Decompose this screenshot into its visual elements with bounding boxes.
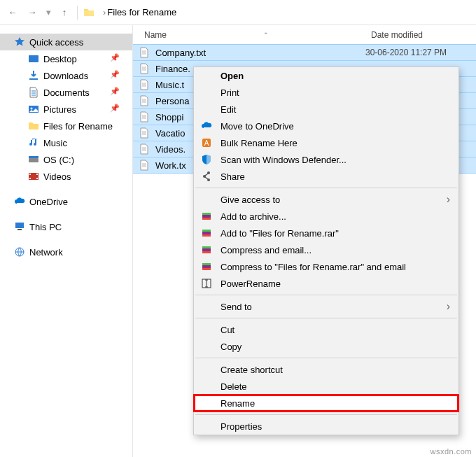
ctx-cut[interactable]: Cut bbox=[194, 321, 458, 338]
sidebar-desktop[interactable]: Desktop 📌 bbox=[0, 50, 132, 67]
ctx-open[interactable]: Open bbox=[194, 67, 458, 84]
back-icon: ← bbox=[8, 7, 18, 17]
column-header-row: Name ⌃ Date modified bbox=[133, 25, 476, 45]
ctx-label: Copy bbox=[220, 342, 241, 352]
pin-icon: 📌 bbox=[110, 70, 120, 79]
ctx-label: Compress to "Files for Rename.rar" and e… bbox=[220, 262, 406, 272]
svg-rect-11 bbox=[15, 223, 24, 228]
sidebar-videos[interactable]: Videos bbox=[0, 168, 132, 185]
svg-rect-26 bbox=[202, 246, 211, 248]
music-icon bbox=[28, 137, 39, 148]
share-icon bbox=[201, 171, 212, 182]
svg-rect-24 bbox=[202, 234, 211, 237]
ctx-label: Cut bbox=[220, 325, 234, 335]
ctx-separator bbox=[195, 188, 457, 188]
ctx-add-rar[interactable]: Add to "Files for Rename.rar" bbox=[194, 225, 458, 241]
svg-rect-8 bbox=[29, 178, 31, 179]
winrar-icon bbox=[201, 211, 212, 222]
sidebar-label: OS (C:) bbox=[43, 155, 74, 165]
forward-button[interactable]: → bbox=[22, 3, 42, 22]
svg-rect-5 bbox=[29, 156, 38, 158]
sidebar-os-c[interactable]: OS (C:) bbox=[0, 151, 132, 168]
ctx-add-archive[interactable]: Add to archive... bbox=[194, 208, 458, 225]
sidebar-label: OneDrive bbox=[29, 197, 68, 207]
col-label: Date modified bbox=[371, 30, 423, 40]
ctx-separator bbox=[195, 318, 457, 318]
file-date: 30-06-2020 11:27 PM bbox=[365, 48, 447, 57]
column-header-name[interactable]: Name ⌃ bbox=[133, 30, 365, 40]
ctx-label: Give access to bbox=[220, 195, 280, 205]
pin-icon: 📌 bbox=[110, 53, 120, 62]
ctx-print[interactable]: Print bbox=[194, 84, 458, 101]
ctx-bulk-rename[interactable]: A Bulk Rename Here bbox=[194, 134, 458, 151]
sidebar-this-pc[interactable]: This PC bbox=[0, 218, 132, 235]
ctx-powerrename[interactable]: PowerRename bbox=[194, 275, 458, 292]
ctx-send-to[interactable]: Send to › bbox=[194, 298, 458, 315]
svg-point-17 bbox=[203, 175, 206, 178]
pictures-icon bbox=[28, 104, 39, 115]
sidebar-network[interactable]: Network bbox=[0, 244, 132, 260]
ctx-create-shortcut[interactable]: Create shortcut bbox=[194, 361, 458, 378]
sidebar-label: Desktop bbox=[43, 54, 77, 64]
ctx-share[interactable]: Share bbox=[194, 168, 458, 185]
svg-rect-1 bbox=[29, 78, 38, 80]
ctx-defender[interactable]: Scan with Windows Defender... bbox=[194, 151, 458, 168]
column-header-date[interactable]: Date modified bbox=[365, 30, 476, 40]
winrar-icon bbox=[201, 261, 212, 272]
ctx-separator bbox=[195, 358, 457, 358]
sidebar-label: This PC bbox=[29, 222, 62, 232]
breadcrumb-current[interactable]: Files for Rename bbox=[107, 7, 176, 17]
sidebar-label: Documents bbox=[43, 87, 90, 98]
sidebar-pictures[interactable]: Pictures 📌 bbox=[0, 101, 132, 118]
text-file-icon bbox=[139, 111, 150, 122]
text-file-icon bbox=[139, 143, 150, 155]
ctx-edit[interactable]: Edit bbox=[194, 101, 458, 118]
powerrename-icon bbox=[201, 278, 212, 289]
sidebar-documents[interactable]: Documents 📌 bbox=[0, 84, 132, 101]
sidebar-label: Downloads bbox=[43, 71, 88, 81]
chevron-down-icon: ▾ bbox=[46, 7, 51, 17]
ctx-label: Edit bbox=[220, 104, 236, 115]
ctx-move-onedrive[interactable]: Move to OneDrive bbox=[194, 118, 458, 134]
ctx-properties[interactable]: Properties bbox=[194, 418, 458, 435]
file-row[interactable]: Company.txt 30-06-2020 11:27 PM bbox=[133, 44, 476, 61]
onedrive-icon bbox=[14, 196, 25, 207]
back-button[interactable]: ← bbox=[3, 3, 22, 22]
sidebar-music[interactable]: Music bbox=[0, 134, 132, 151]
ctx-copy[interactable]: Copy bbox=[194, 338, 458, 355]
sidebar-files-for-rename[interactable]: Files for Rename bbox=[0, 118, 132, 134]
svg-rect-21 bbox=[202, 218, 211, 220]
winrar-icon bbox=[201, 227, 212, 239]
address-toolbar: ← → ▾ ↑ › Files for Rename bbox=[0, 0, 476, 25]
ctx-label: Send to bbox=[220, 302, 252, 312]
svg-point-18 bbox=[207, 178, 210, 181]
ctx-compress-email[interactable]: Compress and email... bbox=[194, 241, 458, 258]
col-label: Name bbox=[144, 30, 167, 40]
sidebar-downloads[interactable]: Downloads 📌 bbox=[0, 67, 132, 84]
sidebar-spacer bbox=[0, 210, 132, 218]
pin-icon: 📌 bbox=[110, 87, 120, 96]
history-dropdown[interactable]: ▾ bbox=[42, 3, 55, 22]
ctx-give-access[interactable]: Give access to › bbox=[194, 191, 458, 208]
ctx-compress-rar-email[interactable]: Compress to "Files for Rename.rar" and e… bbox=[194, 258, 458, 275]
onedrive-icon bbox=[201, 120, 212, 132]
network-icon bbox=[14, 246, 25, 258]
sidebar-quick-access[interactable]: Quick access bbox=[0, 34, 132, 50]
up-button[interactable]: ↑ bbox=[55, 3, 74, 22]
text-file-icon bbox=[139, 95, 150, 106]
svg-rect-27 bbox=[202, 251, 211, 253]
breadcrumb-root[interactable] bbox=[80, 6, 102, 20]
ctx-delete[interactable]: Delete bbox=[194, 378, 458, 395]
svg-rect-12 bbox=[18, 229, 22, 230]
svg-rect-29 bbox=[202, 263, 211, 265]
svg-rect-4 bbox=[29, 158, 38, 162]
svg-rect-23 bbox=[202, 230, 211, 232]
star-icon bbox=[14, 36, 25, 48]
svg-rect-20 bbox=[202, 213, 211, 215]
context-menu: Open Print Edit Move to OneDrive A Bulk … bbox=[193, 66, 459, 435]
sidebar-spacer bbox=[0, 185, 132, 193]
file-name: Company.txt bbox=[155, 48, 365, 58]
ctx-label: Rename bbox=[220, 398, 255, 409]
ctx-rename[interactable]: Rename bbox=[194, 395, 458, 412]
sidebar-onedrive[interactable]: OneDrive bbox=[0, 193, 132, 210]
